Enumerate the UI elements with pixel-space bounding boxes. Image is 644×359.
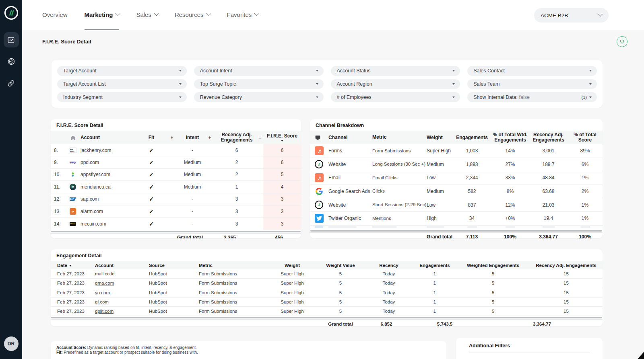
account-link[interactable]: yo.com (95, 290, 110, 295)
glossary-line: Account Score: Dynamic ranking based on … (56, 345, 441, 350)
glossary-panel: Account Score: Dynamic ranking based on … (51, 341, 446, 359)
chevron-down-icon (116, 11, 121, 16)
dropdown-arrow-icon (179, 96, 182, 98)
report-chart-icon (7, 36, 15, 44)
sidebar-item-goals[interactable] (4, 54, 19, 69)
filter-sales-contact[interactable]: Sales Contact (467, 66, 597, 76)
table-row[interactable]: 11. M meridiancu.ca ✓ Medium 1 4 (51, 181, 301, 193)
favicon-sap: SAP (70, 197, 76, 201)
main-content: F.I.R.E. Score Detail Target Account Acc… (22, 30, 644, 359)
dropdown-arrow-icon (589, 70, 592, 72)
target-icon (7, 57, 15, 66)
dreamdata-logo[interactable] (4, 6, 19, 20)
dreamdata-website-icon: // (315, 201, 323, 209)
chevron-down-icon (254, 11, 260, 16)
account-link[interactable]: gi.com (95, 300, 109, 304)
dropdown-arrow-icon (452, 96, 455, 98)
table-row[interactable]: 8. jack henry jackhenry.com ✓ - 6 6 (51, 144, 301, 156)
channel-grand-total-row: Grand total 7,113 100% 3,364.77 100% (310, 232, 603, 238)
horizontal-scrollbar[interactable] (310, 229, 603, 232)
clipped-table-row (310, 226, 603, 229)
horizontal-scrollbar[interactable] (51, 316, 603, 319)
glossary-line: Fit: Predefined as a target account or p… (56, 350, 441, 355)
account-link[interactable]: gma.com (95, 281, 114, 285)
filter-num-employees[interactable]: # of Employees (331, 92, 460, 102)
channel-table-title: Channel Breakdown (310, 119, 603, 131)
filter-top-surge-topic[interactable]: Top Surge Topic (194, 79, 324, 89)
table-row[interactable]: 10. appsflyer.com ✓ Medium 2 5 (51, 169, 301, 181)
sidebar-item-integrations[interactable] (4, 76, 19, 91)
table-row[interactable]: Feb 27, 2023 dplit.com HubSpot Form Subm… (51, 307, 603, 316)
favicon-mccain: McCain (70, 222, 76, 226)
filter-industry-segment[interactable]: Industry Segment (57, 92, 187, 102)
fire-score-sort-header[interactable]: F.I.R.E. Score (263, 133, 301, 141)
engagement-table-header: Date Account Source Metric Weight Weight… (51, 261, 603, 269)
nav-sales[interactable]: Sales (136, 0, 158, 30)
table-row[interactable]: Feb 27, 2023 gi.com HubSpot Form Submiss… (51, 297, 603, 307)
fit-check-icon: ✓ (141, 171, 162, 178)
favicon-jackhenry: jack henry (70, 148, 76, 153)
page-title: F.I.R.E. Score Detail (42, 39, 91, 45)
fit-check-icon: ✓ (141, 159, 162, 166)
horizontal-scrollbar[interactable] (51, 230, 301, 233)
chevron-down-icon (206, 11, 211, 16)
user-avatar[interactable]: DR (4, 336, 19, 351)
fire-score-table: F.I.R.E. Score Detail Account Fit + Inte… (51, 119, 301, 238)
sidebar-item-reports[interactable] (4, 32, 19, 47)
favicon-appsflyer (70, 172, 76, 177)
fire-table-title: F.I.R.E. Score Detail (51, 119, 301, 131)
dropdown-arrow-icon (589, 83, 592, 85)
table-row[interactable]: 14. McCain mccain.com ✓ - 3 3 (51, 217, 301, 230)
filter-account-status[interactable]: Account Status (331, 66, 460, 76)
building-icon (70, 135, 76, 141)
fit-check-icon: ✓ (141, 221, 162, 227)
nav-marketing[interactable]: Marketing (85, 0, 120, 30)
table-row[interactable]: Feb 27, 2023 gma.com HubSpot Form Submis… (51, 279, 603, 288)
fit-check-icon: ✓ (141, 196, 162, 202)
fire-grand-total-row: Grand total 3,365 456 (51, 233, 301, 238)
nav-favorites[interactable]: Favorites (227, 0, 258, 30)
table-row[interactable]: Feb 27, 2023 mail.co.id HubSpot Form Sub… (51, 269, 603, 279)
table-row[interactable]: 13. alarm.com ✓ - 3 3 (51, 205, 301, 217)
table-row[interactable]: Forms Form Submissions Super High 1,003 … (310, 144, 603, 158)
filter-revenue-category[interactable]: Revenue Category (194, 92, 324, 102)
filter-account-region[interactable]: Account Region (331, 79, 460, 89)
dropdown-arrow-icon (316, 70, 318, 72)
table-row[interactable]: Email Email Clicks Low 2,344 33% 48.84 1… (310, 171, 603, 185)
account-link[interactable]: mail.co.id (95, 271, 115, 276)
filters-panel: Target Account Account Intent Account St… (52, 60, 603, 108)
filter-target-account[interactable]: Target Account (57, 66, 187, 76)
sort-desc-icon (281, 140, 283, 142)
nav-resources[interactable]: Resources (175, 0, 210, 30)
channel-breakdown-table: Channel Breakdown Channel Metric Weight … (310, 119, 603, 238)
heart-icon (619, 39, 625, 44)
engagement-table-title: Engagement Detail (51, 249, 603, 261)
filter-show-internal-data[interactable]: Show Internal Data: false (1) (467, 92, 597, 102)
additional-filters-title: Additional Filters (469, 343, 590, 353)
table-row[interactable]: Feb 27, 2023 yo.com HubSpot Form Submiss… (51, 288, 603, 297)
chevron-down-icon (598, 11, 603, 16)
table-row[interactable]: 12. SAP sap.com ✓ - 3 3 (51, 193, 301, 205)
link-icon (7, 80, 15, 87)
top-navigation: Overview Marketing Sales Resources Favor… (22, 0, 644, 30)
workspace-selector[interactable]: ACME B2B (534, 8, 609, 23)
table-row[interactable]: // Website Long Sessions (30 Sec +) Medi… (310, 158, 603, 172)
google-icon (315, 187, 324, 196)
filter-target-account-list[interactable]: Target Account List (57, 79, 187, 89)
filter-sales-team[interactable]: Sales Team (467, 79, 597, 89)
table-row[interactable]: Twitter Organic Mentions High 34 +0% 19.… (310, 212, 603, 226)
fit-check-icon: ✓ (141, 184, 162, 190)
channel-table-header: Channel Metric Weight Engagements % of T… (310, 131, 603, 144)
dropdown-arrow-icon (316, 96, 318, 98)
filter-account-intent[interactable]: Account Intent (194, 66, 324, 76)
chevron-down-icon (154, 11, 159, 16)
table-row[interactable]: 9. PPD ppd.com ✓ Medium 2 6 (51, 156, 301, 168)
dropdown-arrow-icon (179, 83, 182, 85)
table-row[interactable]: // Website Short Sessions (2-29 Sec) Low… (310, 198, 603, 212)
monitor-icon (315, 135, 321, 140)
table-row[interactable]: Google Search Ads Clicks Medium 582 8% 6… (310, 185, 603, 199)
fit-check-icon: ✓ (141, 208, 162, 215)
nav-overview[interactable]: Overview (42, 0, 68, 30)
account-link[interactable]: dplit.com (95, 309, 114, 314)
favorite-button[interactable] (617, 36, 627, 47)
